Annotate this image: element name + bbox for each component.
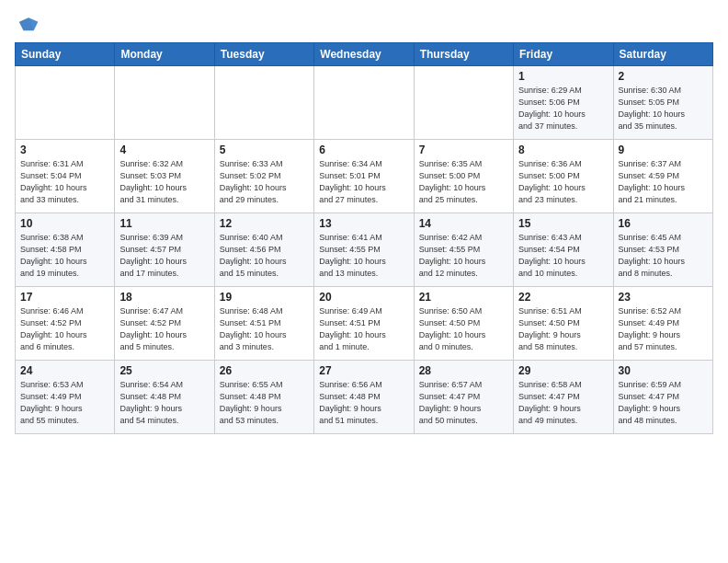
day-number: 15 [518,217,608,230]
day-number: 25 [119,364,209,377]
weekday-header-tuesday: Tuesday [214,43,313,66]
week-row-1: 1Sunrise: 6:29 AM Sunset: 5:06 PM Daylig… [16,66,713,140]
weekday-header-friday: Friday [514,43,613,66]
logo [15,15,40,35]
calendar-cell: 3Sunrise: 6:31 AM Sunset: 5:04 PM Daylig… [16,140,115,213]
day-info: Sunrise: 6:57 AM Sunset: 4:47 PM Dayligh… [419,379,508,427]
calendar-cell: 5Sunrise: 6:33 AM Sunset: 5:02 PM Daylig… [214,140,313,213]
calendar-cell [115,66,214,140]
calendar-cell [16,66,115,140]
calendar-cell: 13Sunrise: 6:41 AM Sunset: 4:55 PM Dayli… [314,213,414,287]
day-info: Sunrise: 6:39 AM Sunset: 4:57 PM Dayligh… [119,232,209,280]
day-number: 19 [220,291,309,304]
calendar-cell: 28Sunrise: 6:57 AM Sunset: 4:47 PM Dayli… [414,361,513,434]
day-info: Sunrise: 6:48 AM Sunset: 4:51 PM Dayligh… [220,305,309,353]
day-info: Sunrise: 6:47 AM Sunset: 4:52 PM Dayligh… [119,305,209,353]
day-number: 24 [20,364,109,377]
calendar-cell: 21Sunrise: 6:50 AM Sunset: 4:50 PM Dayli… [414,287,513,361]
calendar-cell: 30Sunrise: 6:59 AM Sunset: 4:47 PM Dayli… [613,361,712,434]
week-row-2: 3Sunrise: 6:31 AM Sunset: 5:04 PM Daylig… [16,140,713,213]
day-number: 9 [619,144,708,156]
calendar-cell: 15Sunrise: 6:43 AM Sunset: 4:54 PM Dayli… [514,213,613,287]
weekday-header-row: SundayMondayTuesdayWednesdayThursdayFrid… [16,43,713,66]
calendar-cell: 2Sunrise: 6:30 AM Sunset: 5:05 PM Daylig… [613,66,712,140]
calendar-cell [414,66,513,140]
calendar-cell [214,66,313,140]
day-info: Sunrise: 6:52 AM Sunset: 4:49 PM Dayligh… [619,305,708,353]
day-info: Sunrise: 6:40 AM Sunset: 4:56 PM Dayligh… [220,232,309,280]
calendar-cell [314,66,414,140]
day-info: Sunrise: 6:54 AM Sunset: 4:48 PM Dayligh… [119,379,209,427]
calendar-cell: 9Sunrise: 6:37 AM Sunset: 4:59 PM Daylig… [613,140,712,213]
day-number: 7 [419,144,508,156]
week-row-5: 24Sunrise: 6:53 AM Sunset: 4:49 PM Dayli… [16,361,713,434]
day-number: 2 [619,70,708,83]
calendar-cell: 10Sunrise: 6:38 AM Sunset: 4:58 PM Dayli… [16,213,115,287]
day-number: 12 [220,217,309,230]
calendar-cell: 6Sunrise: 6:34 AM Sunset: 5:01 PM Daylig… [314,140,414,213]
weekday-header-sunday: Sunday [16,43,115,66]
calendar-cell: 25Sunrise: 6:54 AM Sunset: 4:48 PM Dayli… [115,361,214,434]
week-row-4: 17Sunrise: 6:46 AM Sunset: 4:52 PM Dayli… [16,287,713,361]
day-info: Sunrise: 6:34 AM Sunset: 5:01 PM Dayligh… [319,158,408,206]
day-number: 5 [220,144,309,156]
day-info: Sunrise: 6:29 AM Sunset: 5:06 PM Dayligh… [518,85,608,132]
calendar-cell: 22Sunrise: 6:51 AM Sunset: 4:50 PM Dayli… [514,287,613,361]
day-number: 22 [518,291,608,304]
day-number: 16 [619,217,708,230]
weekday-header-saturday: Saturday [613,43,712,66]
weekday-header-monday: Monday [115,43,214,66]
week-row-3: 10Sunrise: 6:38 AM Sunset: 4:58 PM Dayli… [16,213,713,287]
logo-icon [17,15,40,35]
calendar-cell: 17Sunrise: 6:46 AM Sunset: 4:52 PM Dayli… [16,287,115,361]
day-number: 28 [419,364,508,377]
day-number: 4 [119,144,209,156]
day-number: 11 [119,217,209,230]
day-info: Sunrise: 6:30 AM Sunset: 5:05 PM Dayligh… [619,85,708,132]
day-number: 21 [419,291,508,304]
day-info: Sunrise: 6:53 AM Sunset: 4:49 PM Dayligh… [20,379,109,427]
calendar-page: SundayMondayTuesdayWednesdayThursdayFrid… [0,0,728,563]
calendar-cell: 20Sunrise: 6:49 AM Sunset: 4:51 PM Dayli… [314,287,414,361]
calendar-cell: 16Sunrise: 6:45 AM Sunset: 4:53 PM Dayli… [613,213,712,287]
day-number: 17 [20,291,109,304]
calendar-cell: 26Sunrise: 6:55 AM Sunset: 4:48 PM Dayli… [214,361,313,434]
calendar-cell: 23Sunrise: 6:52 AM Sunset: 4:49 PM Dayli… [613,287,712,361]
day-info: Sunrise: 6:59 AM Sunset: 4:47 PM Dayligh… [619,379,708,427]
day-info: Sunrise: 6:56 AM Sunset: 4:48 PM Dayligh… [319,379,408,427]
calendar-cell: 1Sunrise: 6:29 AM Sunset: 5:06 PM Daylig… [514,66,613,140]
calendar-cell: 11Sunrise: 6:39 AM Sunset: 4:57 PM Dayli… [115,213,214,287]
day-info: Sunrise: 6:33 AM Sunset: 5:02 PM Dayligh… [220,158,309,206]
day-number: 26 [220,364,309,377]
calendar-cell: 18Sunrise: 6:47 AM Sunset: 4:52 PM Dayli… [115,287,214,361]
day-info: Sunrise: 6:32 AM Sunset: 5:03 PM Dayligh… [119,158,209,206]
day-info: Sunrise: 6:42 AM Sunset: 4:55 PM Dayligh… [419,232,508,280]
day-info: Sunrise: 6:37 AM Sunset: 4:59 PM Dayligh… [619,158,708,206]
day-info: Sunrise: 6:41 AM Sunset: 4:55 PM Dayligh… [319,232,408,280]
day-info: Sunrise: 6:43 AM Sunset: 4:54 PM Dayligh… [518,232,608,280]
weekday-header-wednesday: Wednesday [314,43,414,66]
day-number: 20 [319,291,408,304]
calendar-cell: 8Sunrise: 6:36 AM Sunset: 5:00 PM Daylig… [514,140,613,213]
day-number: 29 [518,364,608,377]
day-number: 8 [518,144,608,156]
day-number: 23 [619,291,708,304]
calendar-cell: 19Sunrise: 6:48 AM Sunset: 4:51 PM Dayli… [214,287,313,361]
day-number: 6 [319,144,408,156]
day-number: 30 [619,364,708,377]
day-info: Sunrise: 6:38 AM Sunset: 4:58 PM Dayligh… [20,232,109,280]
day-info: Sunrise: 6:55 AM Sunset: 4:48 PM Dayligh… [220,379,309,427]
day-info: Sunrise: 6:35 AM Sunset: 5:00 PM Dayligh… [419,158,508,206]
day-info: Sunrise: 6:45 AM Sunset: 4:53 PM Dayligh… [619,232,708,280]
calendar-cell: 24Sunrise: 6:53 AM Sunset: 4:49 PM Dayli… [16,361,115,434]
calendar-cell: 14Sunrise: 6:42 AM Sunset: 4:55 PM Dayli… [414,213,513,287]
calendar-cell: 4Sunrise: 6:32 AM Sunset: 5:03 PM Daylig… [115,140,214,213]
day-number: 10 [20,217,109,230]
header [15,15,713,35]
calendar-cell: 27Sunrise: 6:56 AM Sunset: 4:48 PM Dayli… [314,361,414,434]
day-info: Sunrise: 6:49 AM Sunset: 4:51 PM Dayligh… [319,305,408,353]
calendar-table: SundayMondayTuesdayWednesdayThursdayFrid… [15,42,713,434]
day-info: Sunrise: 6:50 AM Sunset: 4:50 PM Dayligh… [419,305,508,353]
weekday-header-thursday: Thursday [414,43,513,66]
calendar-cell: 7Sunrise: 6:35 AM Sunset: 5:00 PM Daylig… [414,140,513,213]
